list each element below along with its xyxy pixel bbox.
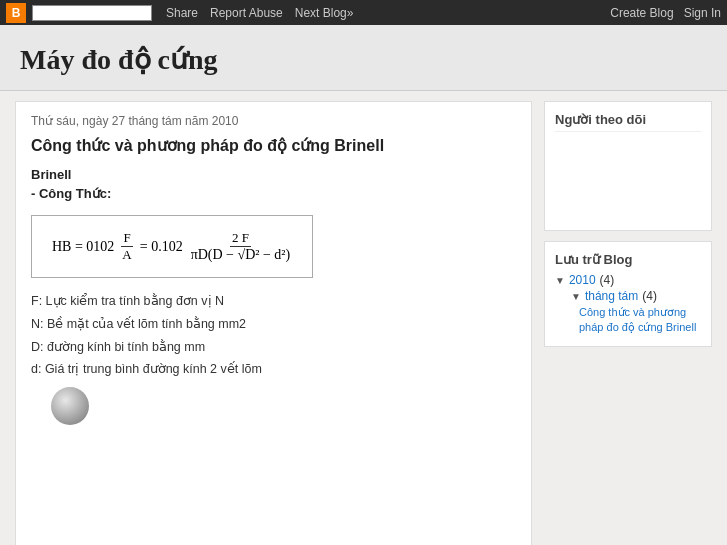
formula-denominator: πD(D − √D² − d²) (191, 247, 291, 262)
formula-frac2: 2 F πD(D − √D² − d²) (189, 230, 293, 263)
body-line-3: d: Giá trị trung bình đường kính 2 vết l… (31, 360, 516, 379)
search-input[interactable] (32, 5, 152, 21)
formula-frac1: F A (120, 230, 133, 263)
formula-frac1-den: A (120, 247, 133, 263)
post-date: Thứ sáu, ngày 27 tháng tám năm 2010 (31, 114, 516, 128)
next-blog-link[interactable]: Next Blog» (289, 6, 360, 20)
formula-frac2-num: 2 F (230, 230, 251, 247)
formula-frac1-num: F (121, 230, 132, 247)
create-blog-link[interactable]: Create Blog (610, 6, 673, 20)
page-wrapper: Máy đo độ cứng Thứ sáu, ngày 27 tháng tá… (0, 25, 727, 545)
month-arrow-icon: ▼ (571, 291, 581, 302)
blog-header: Máy đo độ cứng (0, 25, 727, 91)
month-count: (4) (642, 289, 657, 303)
archive-section: Lưu trữ Blog ▼ 2010 (4) ▼ tháng tám (4) … (544, 241, 712, 347)
formula-box: HB = 0102 F A = 0.102 2 F πD(D − √D² − d… (31, 215, 313, 278)
archive-year-row: ▼ 2010 (4) (555, 273, 701, 287)
formula-frac2-den: πD(D − √D² − d²) (189, 247, 293, 263)
post-body: F: Lực kiểm tra tính bằng đơn vị N N: Bề… (31, 292, 516, 379)
body-line-2: D: đường kính bi tính bằng mm (31, 338, 516, 357)
content-area: Thứ sáu, ngày 27 tháng tám năm 2010 Công… (0, 91, 727, 545)
body-line-1: N: Bề mặt của vết lõm tính bằng mm2 (31, 315, 516, 334)
ball-image (51, 387, 89, 425)
blogger-logo: B (6, 3, 26, 23)
share-link[interactable]: Share (160, 6, 204, 20)
followers-title: Người theo dõi (555, 112, 701, 132)
sign-in-link[interactable]: Sign In (684, 6, 721, 20)
archive-year-link[interactable]: 2010 (569, 273, 596, 287)
main-content: Thứ sáu, ngày 27 tháng tám năm 2010 Công… (15, 101, 532, 545)
report-abuse-link[interactable]: Report Abuse (204, 6, 289, 20)
nav-links: Share Report Abuse Next Blog» (160, 6, 610, 20)
archive-title: Lưu trữ Blog (555, 252, 701, 267)
archive-post-link[interactable]: Công thức và phương pháp đo độ cứng Brin… (555, 305, 701, 336)
archive-month-row: ▼ tháng tám (4) (555, 289, 701, 303)
post-subline: - Công Thức: (31, 186, 516, 201)
logo-text: B (12, 6, 21, 20)
archive-month-link[interactable]: tháng tám (585, 289, 638, 303)
blog-title: Máy đo độ cứng (20, 43, 707, 76)
sidebar: Người theo dõi Lưu trữ Blog ▼ 2010 (4) ▼… (532, 101, 712, 545)
nav-right: Create Blog Sign In (610, 6, 721, 20)
followers-section: Người theo dõi (544, 101, 712, 231)
post-subtitle: Brinell (31, 167, 516, 182)
body-line-0: F: Lực kiểm tra tính bằng đơn vị N (31, 292, 516, 311)
formula-equals: = 0.102 (140, 239, 183, 255)
post-title: Công thức và phương pháp đo độ cứng Brin… (31, 136, 516, 155)
year-count: (4) (600, 273, 615, 287)
formula-inner: HB = 0102 F A = 0.102 2 F πD(D − √D² − d… (52, 230, 292, 263)
year-arrow-icon: ▼ (555, 275, 565, 286)
navbar: B Share Report Abuse Next Blog» Create B… (0, 0, 727, 25)
followers-content (555, 140, 701, 220)
formula-hb: HB = 0102 (52, 239, 114, 255)
